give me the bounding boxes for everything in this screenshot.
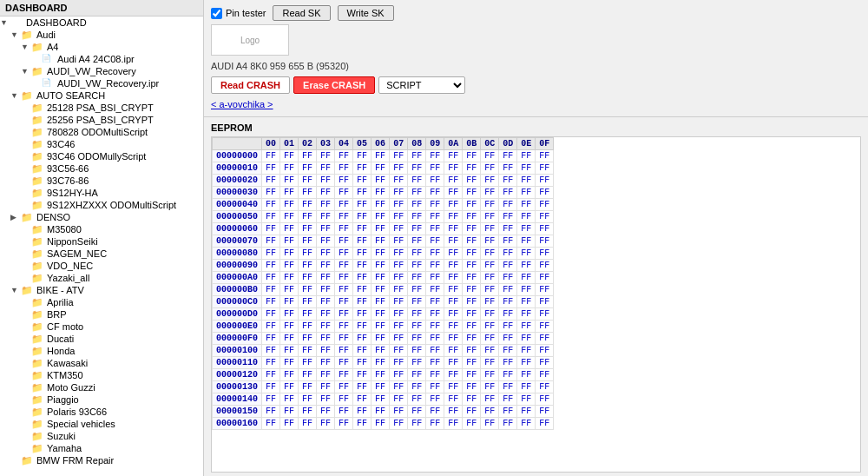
tree-label-suzuki: Suzuki xyxy=(47,431,76,441)
read-sk-button[interactable]: Read SK xyxy=(273,5,330,21)
avovchika-link[interactable]: < a-vovchika > xyxy=(211,97,861,111)
table-row: 00000140FFFFFFFFFFFFFFFFFFFFFFFFFFFFFFFF xyxy=(213,393,554,406)
eeprom-cell: FF xyxy=(390,406,408,418)
tree-item-suzuki[interactable]: 📁Suzuki xyxy=(0,430,203,442)
eeprom-col-0A: 0A xyxy=(444,138,463,150)
arrow-denso: ▶ xyxy=(10,213,21,221)
eeprom-cell: FF xyxy=(481,235,499,248)
tree-item-aprilia[interactable]: 📁Aprilia xyxy=(0,296,203,308)
tree-item-93c46[interactable]: 📁93C46 xyxy=(0,138,203,150)
eeprom-table-wrapper[interactable]: 000102030405060708090A0B0C0D0E0F 0000000… xyxy=(211,136,861,473)
table-row: 00000050FFFFFFFFFFFFFFFFFFFFFFFFFFFFFFFF xyxy=(213,211,554,223)
eeprom-col-03: 03 xyxy=(317,138,335,150)
eeprom-cell: FF xyxy=(317,235,335,248)
eeprom-cell: FF xyxy=(444,272,463,284)
eeprom-addr-00000050: 00000050 xyxy=(213,211,262,223)
pin-tester-label[interactable]: Pin tester xyxy=(211,8,266,19)
folder-icon-a4: 📁 xyxy=(31,42,45,52)
tree-item-ktm350[interactable]: 📁KTM350 xyxy=(0,369,203,381)
tree-item-nipponseiki[interactable]: 📁NipponSeiki xyxy=(0,235,203,248)
folder-icon-suzuki: 📁 xyxy=(31,431,45,441)
eeprom-addr-00000010: 00000010 xyxy=(213,162,262,175)
read-crash-button[interactable]: Read CRASH xyxy=(211,76,290,94)
eeprom-cell: FF xyxy=(353,272,372,284)
eeprom-cell: FF xyxy=(262,308,280,321)
tree-item-moto_guzzi[interactable]: 📁Moto Guzzi xyxy=(0,381,203,393)
eeprom-cell: FF xyxy=(481,308,499,321)
folder-icon-denso: 📁 xyxy=(21,212,35,222)
pin-tester-checkbox[interactable] xyxy=(211,8,222,19)
eeprom-cell: FF xyxy=(262,150,280,162)
eeprom-cell: FF xyxy=(353,248,372,260)
tree-item-brp[interactable]: 📁BRP xyxy=(0,308,203,321)
eeprom-cell: FF xyxy=(444,235,463,248)
eeprom-cell: FF xyxy=(408,333,426,345)
table-row: 00000000FFFFFFFFFFFFFFFFFFFFFFFFFFFFFFFF xyxy=(213,150,554,162)
script-dropdown[interactable]: SCRIPT Option1 Option2 xyxy=(378,76,465,94)
eeprom-cell: FF xyxy=(335,381,353,393)
eeprom-cell: FF xyxy=(353,296,372,308)
folder-icon-93c46_odo: 📁 xyxy=(31,151,45,162)
tree-item-25128_psa[interactable]: 📁25128 PSA_BSI_CRYPT xyxy=(0,102,203,114)
tree-item-piaggio[interactable]: 📁Piaggio xyxy=(0,393,203,406)
eeprom-cell: FF xyxy=(463,284,481,296)
tree-item-9s12xhzxxx[interactable]: 📁9S12XHZXXX ODOMultiScript xyxy=(0,199,203,211)
tree-item-bike_atv[interactable]: ▼📁BIKE - ATV xyxy=(0,284,203,296)
eeprom-cell: FF xyxy=(536,162,554,175)
tree-item-bmw_frm_repair[interactable]: 📁BMW FRM Repair xyxy=(0,454,203,466)
eeprom-cell: FF xyxy=(372,333,390,345)
tree-item-kawasaki[interactable]: 📁Kawasaki xyxy=(0,357,203,369)
tree-item-audi[interactable]: ▼📁Audi xyxy=(0,29,203,41)
tree-item-honda[interactable]: 📁Honda xyxy=(0,345,203,357)
tree-item-audi_a4_24c08[interactable]: 📄Audi A4 24C08.ipr xyxy=(0,53,203,65)
tree-item-special_vehicles[interactable]: 📁Special vehicles xyxy=(0,418,203,430)
eeprom-cell: FF xyxy=(280,260,299,272)
tree-item-audi_vw_recovery[interactable]: ▼📁AUDI_VW_Recovery xyxy=(0,65,203,77)
eeprom-cell: FF xyxy=(444,345,463,357)
eeprom-cell: FF xyxy=(444,284,463,296)
folder-icon-piaggio: 📁 xyxy=(31,394,45,405)
eeprom-cell: FF xyxy=(335,260,353,272)
tree-item-denso[interactable]: ▶📁DENSO xyxy=(0,211,203,223)
tree-item-auto_search[interactable]: ▼📁AUTO SEARCH xyxy=(0,89,203,102)
table-row: 000000E0FFFFFFFFFFFFFFFFFFFFFFFFFFFFFFFF xyxy=(213,321,554,333)
tree-item-vdo_nec[interactable]: 📁VDO_NEC xyxy=(0,260,203,272)
tree-item-cf_moto[interactable]: 📁CF moto xyxy=(0,321,203,333)
tree-label-a4: A4 xyxy=(47,42,58,52)
tree-item-93c56_66[interactable]: 📁93C56-66 xyxy=(0,162,203,175)
tree-label-25256_psa: 25256 PSA_BSI_CRYPT xyxy=(47,115,154,125)
eeprom-cell: FF xyxy=(317,187,335,199)
eeprom-cell: FF xyxy=(353,357,372,369)
eeprom-cell: FF xyxy=(481,296,499,308)
eeprom-cell: FF xyxy=(390,187,408,199)
arrow-bike_atv: ▼ xyxy=(10,286,21,294)
eeprom-cell: FF xyxy=(353,393,372,406)
eeprom-col-0F: 0F xyxy=(536,138,554,150)
tree-item-dashboard[interactable]: ▼DASHBOARD xyxy=(0,17,203,29)
folder-icon-m35080: 📁 xyxy=(31,224,45,235)
eeprom-cell: FF xyxy=(481,321,499,333)
tree-item-9s12hy_ha[interactable]: 📁9S12HY-HA xyxy=(0,187,203,199)
folder-icon-93c76_86: 📁 xyxy=(31,175,45,186)
tree-item-93c46_odo[interactable]: 📁93C46 ODOMullyScript xyxy=(0,150,203,162)
tree-item-a4[interactable]: ▼📁A4 xyxy=(0,41,203,53)
tree-item-25256_psa[interactable]: 📁25256 PSA_BSI_CRYPT xyxy=(0,114,203,126)
crash-buttons: Read CRASH Erase CRASH SCRIPT Option1 Op… xyxy=(211,76,861,94)
erase-crash-button[interactable]: Erase CRASH xyxy=(293,76,375,94)
tree-item-polaris_93c66[interactable]: 📁Polaris 93C66 xyxy=(0,406,203,418)
tree-item-audi_vw_recovery_ipr[interactable]: 📄AUDI_VW_Recovery.ipr xyxy=(0,77,203,89)
tree-item-yazaki_all[interactable]: 📁Yazaki_all xyxy=(0,272,203,284)
write-sk-button[interactable]: Write SK xyxy=(338,5,394,21)
tree-item-yamaha[interactable]: 📁Yamaha xyxy=(0,442,203,454)
tree-item-sagem_nec[interactable]: 📁SAGEM_NEC xyxy=(0,248,203,260)
tree-item-m35080[interactable]: 📁M35080 xyxy=(0,223,203,235)
tree-item-780828_odo[interactable]: 📁780828 ODOMultiScript xyxy=(0,126,203,138)
tree-item-93c76_86[interactable]: 📁93C76-86 xyxy=(0,175,203,187)
tree-item-ducati[interactable]: 📁Ducati xyxy=(0,333,203,345)
eeprom-cell: FF xyxy=(353,175,372,187)
eeprom-cell: FF xyxy=(299,248,317,260)
eeprom-cell: FF xyxy=(426,187,444,199)
eeprom-cell: FF xyxy=(517,418,536,430)
eeprom-cell: FF xyxy=(536,175,554,187)
file-icon-audi_a4_24c08: 📄 xyxy=(42,54,56,64)
